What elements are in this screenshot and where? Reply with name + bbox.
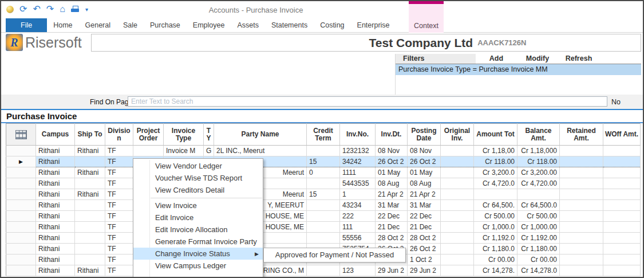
cell-woff-amt[interactable] xyxy=(603,254,641,265)
cell-campus[interactable]: Rithani xyxy=(36,265,75,276)
cell-ship-to[interactable] xyxy=(75,254,105,265)
cell-posting-date[interactable]: 22 Dec xyxy=(408,211,441,222)
cell-ship-to[interactable] xyxy=(75,178,105,189)
cell-ship-to[interactable]: Rithani xyxy=(75,265,105,276)
cell-amount-tot[interactable]: Cr 14,278. xyxy=(474,265,517,276)
cell-credit-term[interactable] xyxy=(307,233,340,244)
cell-amount-tot[interactable]: Cr 00.00 xyxy=(474,254,517,265)
cell-ship-to[interactable] xyxy=(75,156,105,167)
tab-general[interactable]: General xyxy=(79,18,117,32)
tab-context[interactable]: Context xyxy=(409,22,444,30)
search-input[interactable] xyxy=(128,96,607,107)
column-header-retained-amt[interactable]: Retained Amt. xyxy=(560,124,603,146)
cell-amount-tot[interactable]: Cr 500.00 xyxy=(474,211,517,222)
cell-ship-to[interactable] xyxy=(75,211,105,222)
cell-amount-tot[interactable]: Cr 1,18,00 xyxy=(474,146,517,156)
cell-amount-tot[interactable]: Cr 118.00 xyxy=(474,156,517,167)
cell-division[interactable]: TF xyxy=(105,222,133,233)
cell-campus[interactable]: Rithani xyxy=(36,211,75,222)
cell-retained-amt[interactable] xyxy=(560,146,603,156)
cell-inv-no[interactable]: 1111 xyxy=(340,167,376,178)
cell-retained-amt[interactable] xyxy=(560,189,603,200)
cell-ship-to[interactable] xyxy=(75,222,105,233)
cell-campus[interactable]: Rithani xyxy=(36,244,75,254)
cell-posting-date[interactable]: 21 Dec xyxy=(408,222,441,233)
cell-posting-date[interactable]: 31 Mar xyxy=(408,200,441,211)
column-header-original-inv[interactable]: Original Inv. xyxy=(441,124,474,146)
menu-item-view-vendor-ledger[interactable]: View Vendor Ledger xyxy=(133,160,263,172)
cell-woff-amt[interactable] xyxy=(603,156,641,167)
cell-retained-amt[interactable] xyxy=(560,222,603,233)
cell-division[interactable]: TF xyxy=(105,254,133,265)
cell-campus[interactable]: Rithani xyxy=(36,200,75,211)
cell-retained-amt[interactable] xyxy=(560,233,603,244)
cell-ty[interactable]: G xyxy=(204,146,214,156)
row-selector[interactable] xyxy=(6,200,36,211)
cell-woff-amt[interactable] xyxy=(603,200,641,211)
column-header-inv-dt[interactable]: Inv.Dt. xyxy=(376,124,408,146)
cell-credit-term[interactable] xyxy=(307,146,340,156)
menu-item-edit-invoice-allocation[interactable]: Edit Invoice Allocation xyxy=(133,224,263,236)
cell-inv-no[interactable]: 5443535 xyxy=(340,178,376,189)
filters-modify-button[interactable]: Modify xyxy=(517,54,558,64)
cell-inv-no[interactable]: 43234 xyxy=(340,200,376,211)
cell-amount-tot[interactable] xyxy=(474,189,517,200)
cell-inv-dt[interactable]: 08 Nov xyxy=(376,146,408,156)
cell-balance-amt[interactable]: Cr 1,000.00 xyxy=(517,222,560,233)
cell-inv-no[interactable]: 1 xyxy=(340,189,376,200)
column-header-posting-date[interactable]: Posting Date xyxy=(408,124,441,146)
cell-posting-date[interactable]: 29 Jun 2 xyxy=(408,265,441,276)
cell-woff-amt[interactable] xyxy=(603,189,641,200)
cell-credit-term[interactable] xyxy=(307,178,340,189)
tab-home[interactable]: Home xyxy=(47,18,78,32)
cell-posting-date[interactable]: 08 Nov xyxy=(408,146,441,156)
cell-credit-term[interactable]: 15 xyxy=(307,156,340,167)
cell-inv-dt[interactable]: 21 Apr 2 xyxy=(376,189,408,200)
tab-context-group[interactable]: Context xyxy=(409,1,444,33)
menu-item-view-invoice[interactable]: View Invoice xyxy=(133,199,263,212)
filter-item[interactable]: Purchase Invoice Type = Purchase Invoice… xyxy=(396,64,641,75)
cell-original-inv[interactable] xyxy=(441,265,474,276)
cell-inv-dt[interactable]: 31 Mar xyxy=(376,200,408,211)
row-selector[interactable] xyxy=(6,265,36,276)
cell-campus[interactable]: Rithani xyxy=(36,146,75,156)
tab-enterprise[interactable]: Enterprise xyxy=(351,18,396,32)
cell-campus[interactable]: Rithani xyxy=(36,167,75,178)
cell-ship-to[interactable]: Rithani xyxy=(75,146,105,156)
tab-statements[interactable]: Statements xyxy=(265,18,314,32)
cell-original-inv[interactable] xyxy=(441,156,474,167)
cell-original-inv[interactable] xyxy=(441,233,474,244)
cell-ship-to[interactable]: Rithani xyxy=(75,167,105,178)
column-header-credit-term[interactable]: Credit Term xyxy=(307,124,340,146)
row-selector[interactable]: ▶ xyxy=(6,156,36,167)
cell-credit-term[interactable] xyxy=(307,265,340,276)
cell-posting-date[interactable]: 26 Oct 2 xyxy=(408,244,441,254)
row-selector[interactable] xyxy=(6,233,36,244)
cell-ship-to[interactable]: Rithani xyxy=(75,189,105,200)
cell-woff-amt[interactable] xyxy=(603,222,641,233)
cell-woff-amt[interactable] xyxy=(603,178,641,189)
cell-original-inv[interactable] xyxy=(441,254,474,265)
cell-division[interactable]: TF xyxy=(105,167,133,178)
menu-item-generate-format-invoice-party[interactable]: Generate Format Invoice Party xyxy=(133,236,263,248)
cell-ship-to[interactable] xyxy=(75,233,105,244)
cell-campus[interactable]: Rithani xyxy=(36,233,75,244)
column-header-inv-no[interactable]: Inv.No. xyxy=(340,124,376,146)
cell-credit-term[interactable]: 15 xyxy=(307,189,340,200)
cell-retained-amt[interactable] xyxy=(560,200,603,211)
cell-inv-no[interactable]: 123 xyxy=(340,265,376,276)
cell-amount-tot[interactable]: Cr 1,000.0 xyxy=(474,222,517,233)
tab-assets[interactable]: Assets xyxy=(231,18,265,32)
row-selector[interactable] xyxy=(6,254,36,265)
cell-retained-amt[interactable] xyxy=(560,167,603,178)
cell-balance-amt[interactable]: Cr 1,18,000 xyxy=(517,146,560,156)
cell-campus[interactable]: Rithani xyxy=(36,156,75,167)
cell-credit-term[interactable] xyxy=(307,200,340,211)
cell-retained-amt[interactable] xyxy=(560,244,603,254)
cell-original-inv[interactable] xyxy=(441,178,474,189)
cell-amount-tot[interactable]: Cr 1,180.0 xyxy=(474,244,517,254)
tab-costing[interactable]: Costing xyxy=(314,18,350,32)
cell-division[interactable]: TF xyxy=(105,189,133,200)
cell-project-order[interactable] xyxy=(133,146,164,156)
menu-item-view-creditors-detail[interactable]: View Creditors Detail xyxy=(133,184,263,196)
